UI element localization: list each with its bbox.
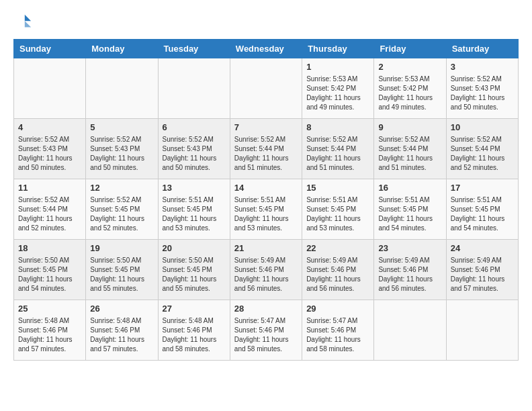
day-info: Sunrise: 5:51 AM Sunset: 5:45 PM Dayligh… bbox=[378, 195, 441, 233]
day-number: 16 bbox=[378, 182, 441, 194]
day-info: Sunrise: 5:53 AM Sunset: 5:42 PM Dayligh… bbox=[306, 75, 369, 112]
day-header-tuesday: Tuesday bbox=[158, 40, 230, 58]
day-number: 3 bbox=[451, 61, 514, 73]
logo bbox=[13, 13, 35, 32]
day-info: Sunrise: 5:49 AM Sunset: 5:46 PM Dayligh… bbox=[451, 256, 514, 293]
calendar-cell bbox=[230, 58, 302, 119]
day-number: 14 bbox=[234, 182, 298, 194]
page-header bbox=[13, 13, 519, 32]
calendar-cell: 16Sunrise: 5:51 AM Sunset: 5:45 PM Dayli… bbox=[374, 179, 446, 240]
calendar-cell: 28Sunrise: 5:47 AM Sunset: 5:46 PM Dayli… bbox=[230, 300, 302, 361]
day-info: Sunrise: 5:48 AM Sunset: 5:46 PM Dayligh… bbox=[163, 316, 226, 354]
day-info: Sunrise: 5:51 AM Sunset: 5:45 PM Dayligh… bbox=[451, 195, 514, 233]
calendar-cell: 3Sunrise: 5:52 AM Sunset: 5:43 PM Daylig… bbox=[446, 58, 518, 119]
calendar-cell: 17Sunrise: 5:51 AM Sunset: 5:45 PM Dayli… bbox=[446, 179, 518, 240]
day-number: 15 bbox=[306, 182, 369, 194]
day-info: Sunrise: 5:49 AM Sunset: 5:46 PM Dayligh… bbox=[378, 256, 441, 293]
week-row-2: 4Sunrise: 5:52 AM Sunset: 5:43 PM Daylig… bbox=[14, 119, 519, 179]
day-info: Sunrise: 5:49 AM Sunset: 5:46 PM Dayligh… bbox=[234, 256, 298, 293]
day-number: 20 bbox=[163, 242, 226, 255]
calendar-cell: 6Sunrise: 5:52 AM Sunset: 5:43 PM Daylig… bbox=[158, 119, 230, 179]
calendar-cell: 15Sunrise: 5:51 AM Sunset: 5:45 PM Dayli… bbox=[302, 179, 374, 240]
day-info: Sunrise: 5:48 AM Sunset: 5:46 PM Dayligh… bbox=[90, 316, 153, 354]
day-header-monday: Monday bbox=[86, 40, 158, 58]
day-number: 6 bbox=[163, 122, 226, 134]
day-info: Sunrise: 5:52 AM Sunset: 5:44 PM Dayligh… bbox=[234, 135, 298, 173]
calendar-cell: 29Sunrise: 5:47 AM Sunset: 5:46 PM Dayli… bbox=[302, 300, 374, 361]
day-number: 12 bbox=[90, 182, 153, 194]
calendar-cell: 11Sunrise: 5:52 AM Sunset: 5:44 PM Dayli… bbox=[14, 179, 86, 240]
calendar-cell: 23Sunrise: 5:49 AM Sunset: 5:46 PM Dayli… bbox=[374, 240, 446, 300]
day-number: 22 bbox=[306, 242, 369, 255]
calendar-cell bbox=[14, 58, 86, 119]
calendar-cell: 19Sunrise: 5:50 AM Sunset: 5:45 PM Dayli… bbox=[86, 240, 158, 300]
day-info: Sunrise: 5:48 AM Sunset: 5:46 PM Dayligh… bbox=[18, 316, 81, 354]
day-info: Sunrise: 5:50 AM Sunset: 5:45 PM Dayligh… bbox=[90, 256, 153, 293]
day-info: Sunrise: 5:52 AM Sunset: 5:43 PM Dayligh… bbox=[90, 135, 153, 173]
day-number: 21 bbox=[234, 242, 298, 255]
day-info: Sunrise: 5:52 AM Sunset: 5:43 PM Dayligh… bbox=[18, 135, 81, 173]
calendar-cell: 1Sunrise: 5:53 AM Sunset: 5:42 PM Daylig… bbox=[302, 58, 374, 119]
day-number: 18 bbox=[18, 242, 81, 255]
calendar-cell bbox=[86, 58, 158, 119]
calendar-cell: 25Sunrise: 5:48 AM Sunset: 5:46 PM Dayli… bbox=[14, 300, 86, 361]
day-info: Sunrise: 5:49 AM Sunset: 5:46 PM Dayligh… bbox=[306, 256, 369, 293]
calendar-body: 1Sunrise: 5:53 AM Sunset: 5:42 PM Daylig… bbox=[14, 58, 519, 361]
day-info: Sunrise: 5:51 AM Sunset: 5:45 PM Dayligh… bbox=[234, 195, 298, 233]
week-row-4: 18Sunrise: 5:50 AM Sunset: 5:45 PM Dayli… bbox=[14, 240, 519, 300]
day-number: 10 bbox=[451, 122, 514, 134]
day-number: 26 bbox=[90, 303, 153, 315]
calendar-cell: 13Sunrise: 5:51 AM Sunset: 5:45 PM Dayli… bbox=[158, 179, 230, 240]
day-info: Sunrise: 5:50 AM Sunset: 5:45 PM Dayligh… bbox=[163, 256, 226, 293]
day-info: Sunrise: 5:53 AM Sunset: 5:42 PM Dayligh… bbox=[378, 75, 441, 112]
day-number: 24 bbox=[451, 242, 514, 255]
day-header-thursday: Thursday bbox=[302, 40, 374, 58]
calendar-cell: 12Sunrise: 5:52 AM Sunset: 5:45 PM Dayli… bbox=[86, 179, 158, 240]
calendar-cell bbox=[158, 58, 230, 119]
day-info: Sunrise: 5:52 AM Sunset: 5:44 PM Dayligh… bbox=[18, 195, 81, 233]
day-number: 27 bbox=[163, 303, 226, 315]
day-info: Sunrise: 5:52 AM Sunset: 5:43 PM Dayligh… bbox=[163, 135, 226, 173]
day-info: Sunrise: 5:52 AM Sunset: 5:44 PM Dayligh… bbox=[378, 135, 441, 173]
day-number: 1 bbox=[306, 61, 369, 73]
day-info: Sunrise: 5:52 AM Sunset: 5:44 PM Dayligh… bbox=[306, 135, 369, 173]
day-header-sunday: Sunday bbox=[14, 40, 86, 58]
calendar-cell: 14Sunrise: 5:51 AM Sunset: 5:45 PM Dayli… bbox=[230, 179, 302, 240]
week-row-5: 25Sunrise: 5:48 AM Sunset: 5:46 PM Dayli… bbox=[14, 300, 519, 361]
calendar-cell: 24Sunrise: 5:49 AM Sunset: 5:46 PM Dayli… bbox=[446, 240, 518, 300]
calendar-cell: 27Sunrise: 5:48 AM Sunset: 5:46 PM Dayli… bbox=[158, 300, 230, 361]
week-row-1: 1Sunrise: 5:53 AM Sunset: 5:42 PM Daylig… bbox=[14, 58, 519, 119]
calendar-cell: 4Sunrise: 5:52 AM Sunset: 5:43 PM Daylig… bbox=[14, 119, 86, 179]
day-header-wednesday: Wednesday bbox=[230, 40, 302, 58]
day-info: Sunrise: 5:52 AM Sunset: 5:44 PM Dayligh… bbox=[451, 135, 514, 173]
logo-icon bbox=[13, 13, 32, 32]
day-info: Sunrise: 5:51 AM Sunset: 5:45 PM Dayligh… bbox=[306, 195, 369, 233]
day-number: 28 bbox=[234, 303, 298, 315]
calendar-cell: 9Sunrise: 5:52 AM Sunset: 5:44 PM Daylig… bbox=[374, 119, 446, 179]
calendar-cell: 5Sunrise: 5:52 AM Sunset: 5:43 PM Daylig… bbox=[86, 119, 158, 179]
day-number: 11 bbox=[18, 182, 81, 194]
day-number: 2 bbox=[378, 61, 441, 73]
week-row-3: 11Sunrise: 5:52 AM Sunset: 5:44 PM Dayli… bbox=[14, 179, 519, 240]
day-number: 19 bbox=[90, 242, 153, 255]
calendar-cell: 20Sunrise: 5:50 AM Sunset: 5:45 PM Dayli… bbox=[158, 240, 230, 300]
calendar-table: SundayMondayTuesdayWednesdayThursdayFrid… bbox=[13, 39, 519, 361]
day-number: 4 bbox=[18, 122, 81, 134]
day-number: 29 bbox=[306, 303, 369, 315]
calendar-cell: 18Sunrise: 5:50 AM Sunset: 5:45 PM Dayli… bbox=[14, 240, 86, 300]
day-info: Sunrise: 5:51 AM Sunset: 5:45 PM Dayligh… bbox=[163, 195, 226, 233]
day-number: 13 bbox=[163, 182, 226, 194]
day-number: 5 bbox=[90, 122, 153, 134]
calendar-cell bbox=[446, 300, 518, 361]
calendar-cell: 2Sunrise: 5:53 AM Sunset: 5:42 PM Daylig… bbox=[374, 58, 446, 119]
day-number: 8 bbox=[306, 122, 369, 134]
day-info: Sunrise: 5:52 AM Sunset: 5:43 PM Dayligh… bbox=[451, 75, 514, 112]
calendar-cell: 8Sunrise: 5:52 AM Sunset: 5:44 PM Daylig… bbox=[302, 119, 374, 179]
day-info: Sunrise: 5:50 AM Sunset: 5:45 PM Dayligh… bbox=[18, 256, 81, 293]
calendar-cell bbox=[374, 300, 446, 361]
day-number: 17 bbox=[451, 182, 514, 194]
svg-marker-1 bbox=[25, 21, 31, 27]
svg-marker-0 bbox=[25, 15, 31, 21]
day-info: Sunrise: 5:52 AM Sunset: 5:45 PM Dayligh… bbox=[90, 195, 153, 233]
calendar-cell: 26Sunrise: 5:48 AM Sunset: 5:46 PM Dayli… bbox=[86, 300, 158, 361]
